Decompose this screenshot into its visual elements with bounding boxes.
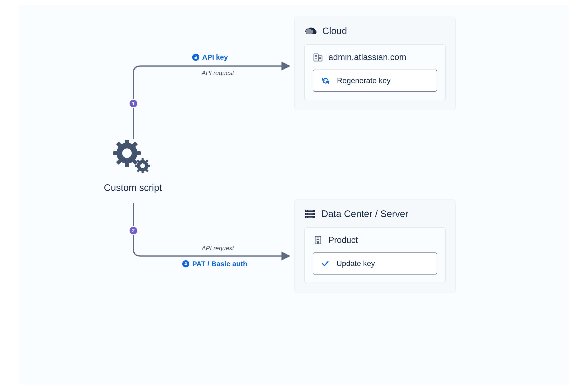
connector-lines	[19, 5, 569, 384]
lock-icon	[182, 260, 189, 267]
svg-rect-14	[142, 171, 144, 173]
dc-title: Data Center / Server	[321, 208, 408, 219]
cloud-subpanel-header: admin.atlassian.com	[313, 52, 437, 63]
svg-point-31	[306, 210, 307, 211]
building-icon	[313, 235, 323, 245]
svg-rect-32	[308, 210, 313, 211]
svg-rect-36	[308, 217, 313, 217]
update-key-row: Update key	[313, 253, 437, 275]
cloud-icon	[304, 26, 317, 36]
svg-rect-13	[142, 158, 144, 161]
cloud-subpanel: admin.atlassian.com Regenerate key	[304, 44, 446, 100]
svg-rect-3	[125, 140, 129, 144]
update-key-label: Update key	[336, 259, 375, 268]
svg-rect-37	[315, 236, 321, 244]
custom-script-node: Custom script	[95, 140, 171, 193]
step-badge-2: 2	[130, 227, 137, 234]
gear-cluster-icon	[113, 140, 153, 176]
cloud-panel: Cloud	[294, 17, 456, 110]
regenerate-key-row: Regenerate key	[313, 69, 437, 92]
edge-bottom-auth-text: PAT / Basic auth	[192, 260, 247, 268]
edge-top-auth-label: API key	[192, 53, 228, 61]
dc-subpanel: Product Update key	[304, 227, 446, 283]
edge-top-auth-text: API key	[202, 53, 228, 61]
svg-rect-4	[125, 163, 129, 167]
server-stack-icon	[304, 209, 316, 219]
dc-panel: Data Center / Server Product	[294, 199, 456, 293]
refresh-icon	[321, 76, 330, 85]
dc-panel-header: Data Center / Server	[304, 208, 446, 219]
lock-icon	[192, 54, 199, 61]
edge-bottom-auth-label: PAT / Basic auth	[182, 260, 247, 268]
dc-subpanel-title: Product	[328, 235, 358, 245]
svg-point-2	[122, 148, 132, 158]
edge-bottom-sublabel: API request	[202, 245, 234, 252]
buildings-icon	[313, 52, 323, 63]
svg-point-12	[140, 163, 145, 168]
cloud-subpanel-title: admin.atlassian.com	[328, 52, 406, 62]
svg-rect-41	[317, 242, 319, 244]
cloud-title: Cloud	[322, 26, 347, 36]
dc-subpanel-header: Product	[313, 235, 437, 245]
svg-rect-16	[148, 165, 150, 167]
svg-point-33	[306, 214, 307, 214]
custom-script-label: Custom script	[95, 182, 171, 193]
svg-rect-5	[113, 151, 118, 155]
svg-rect-34	[308, 214, 313, 214]
svg-rect-15	[135, 165, 137, 167]
regenerate-key-label: Regenerate key	[337, 76, 391, 85]
diagram-canvas: 1 2 API key API request API request PAT …	[19, 5, 569, 384]
cloud-panel-header: Cloud	[304, 26, 446, 36]
svg-point-35	[306, 217, 307, 218]
step-badge-1: 1	[130, 100, 137, 107]
check-icon	[321, 259, 329, 268]
edge-top-sublabel: API request	[202, 69, 234, 77]
svg-rect-6	[136, 151, 141, 155]
